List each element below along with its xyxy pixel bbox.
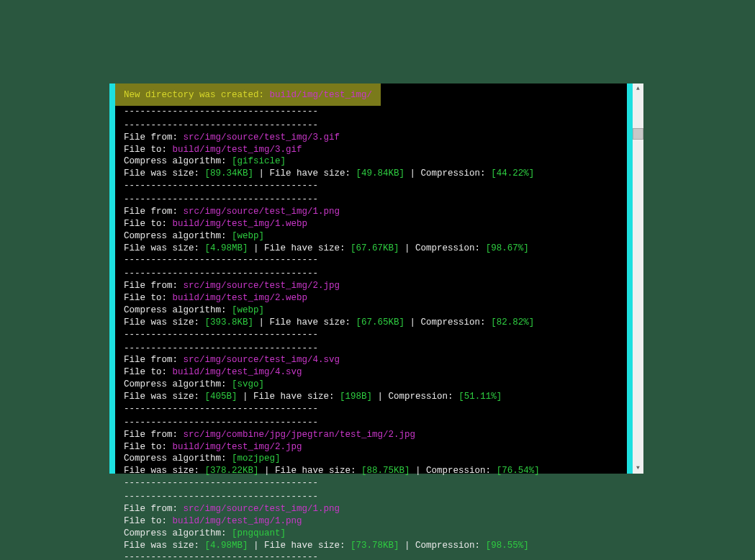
- file-to-path: build/img/test_img/3.gif: [173, 145, 302, 155]
- was-size: [393.8KB]: [205, 317, 254, 328]
- file-from-line: File from: src/img/source/test_img/3.gif: [124, 132, 632, 144]
- compression-value: [98.67%]: [486, 243, 529, 253]
- was-size: [4.98MB]: [205, 243, 248, 253]
- separator: ------------------------------------: [124, 343, 632, 355]
- log-entry: ------------------------------------File…: [124, 491, 632, 560]
- file-to-line: File to: build/img/test_img/2.webp: [124, 292, 632, 304]
- algo-value: [mozjpeg]: [232, 453, 281, 464]
- separator: ------------------------------------: [124, 180, 632, 192]
- file-to-path: build/img/test_img/1.webp: [173, 219, 308, 229]
- compression-value: [76.54%]: [497, 466, 540, 476]
- algo-line: Compress algorithm: [webp]: [124, 304, 632, 317]
- file-from-line: File from: src/img/combine/jpg/jpegtran/…: [124, 429, 632, 441]
- log-entry: ------------------------------------File…: [124, 194, 632, 266]
- file-from-path: src/img/source/test_img/1.png: [184, 504, 340, 514]
- algo-value: [gifsicle]: [232, 156, 286, 166]
- compression-value: [44.22%]: [491, 168, 534, 179]
- algo-value: [webp]: [232, 231, 264, 241]
- size-line: File was size: [378.22KB] | File have si…: [124, 465, 632, 477]
- size-line: File was size: [405B] | File have size: …: [124, 391, 632, 403]
- file-from-line: File from: src/img/source/test_img/1.png: [124, 503, 632, 515]
- separator: ------------------------------------: [124, 403, 632, 415]
- algo-value: [webp]: [232, 305, 264, 315]
- separator: ------------------------------------: [124, 551, 632, 560]
- file-from-line: File from: src/img/source/test_img/4.svg: [124, 354, 632, 366]
- scrollbar-track[interactable]: [633, 83, 643, 474]
- algo-line: Compress algorithm: [mozjpeg]: [124, 453, 632, 465]
- file-to-path: build/img/test_img/2.jpg: [173, 442, 302, 452]
- scroll-up-button[interactable]: ▲: [633, 83, 643, 94]
- algo-line: Compress algorithm: [pngquant]: [124, 528, 632, 540]
- have-size: [88.75KB]: [361, 466, 410, 476]
- have-size: [49.84KB]: [356, 168, 405, 179]
- algo-line: Compress algorithm: [gifsicle]: [124, 155, 632, 168]
- header-path: build/img/test_img/: [270, 90, 373, 100]
- separator: ------------------------------------: [124, 194, 632, 206]
- separator: ------------------------------------: [124, 329, 632, 341]
- file-from-path: src/img/source/test_img/2.jpg: [184, 281, 340, 291]
- terminal-window: New directory was created: build/img/tes…: [115, 83, 641, 474]
- have-size: [73.78KB]: [351, 541, 399, 551]
- separator: ------------------------------------: [124, 106, 632, 118]
- separator: ------------------------------------: [124, 417, 632, 429]
- log-entry: ------------------------------------File…: [124, 268, 632, 340]
- terminal-accent-left: [109, 83, 115, 474]
- compression-value: [82.82%]: [491, 317, 534, 328]
- file-from-path: src/img/source/test_img/4.svg: [184, 355, 340, 365]
- was-size: [89.34KB]: [205, 168, 254, 179]
- scroll-down-button[interactable]: ▼: [633, 463, 643, 474]
- compression-value: [51.11%]: [458, 392, 502, 402]
- size-line: File was size: [4.98MB] | File have size…: [124, 540, 632, 552]
- file-to-line: File to: build/img/test_img/1.webp: [124, 218, 632, 230]
- was-size: [378.22KB]: [205, 466, 259, 476]
- separator: ------------------------------------: [124, 268, 632, 280]
- size-line: File was size: [89.34KB] | File have siz…: [124, 168, 632, 180]
- separator: ------------------------------------: [124, 254, 632, 266]
- terminal-output: ----------------------------------------…: [115, 106, 641, 560]
- file-to-line: File to: build/img/test_img/3.gif: [124, 144, 632, 156]
- file-from-path: src/img/combine/jpg/jpegtran/test_img/2.…: [184, 430, 416, 440]
- file-to-path: build/img/test_img/4.svg: [173, 367, 302, 377]
- file-to-path: build/img/test_img/2.webp: [173, 293, 308, 303]
- log-entry: ------------------------------------File…: [124, 119, 632, 192]
- algo-value: [pngquant]: [232, 528, 286, 538]
- was-size: [405B]: [205, 392, 238, 402]
- scrollbar-thumb[interactable]: [633, 128, 643, 140]
- log-entry: ------------------------------------File…: [124, 417, 632, 489]
- algo-value: [svgo]: [232, 379, 264, 389]
- file-from-line: File from: src/img/source/test_img/1.png: [124, 206, 632, 218]
- have-size: [67.65KB]: [356, 317, 405, 328]
- separator: ------------------------------------: [124, 477, 632, 489]
- size-line: File was size: [393.8KB] | File have siz…: [124, 317, 632, 329]
- log-entry: ------------------------------------File…: [124, 343, 632, 415]
- file-from-path: src/img/source/test_img/3.gif: [184, 132, 340, 143]
- file-to-line: File to: build/img/test_img/1.png: [124, 515, 632, 528]
- compression-value: [98.55%]: [486, 541, 529, 551]
- file-to-path: build/img/test_img/1.png: [173, 516, 302, 526]
- file-to-line: File to: build/img/test_img/4.svg: [124, 366, 632, 379]
- separator: ------------------------------------: [124, 119, 632, 132]
- have-size: [198B]: [340, 392, 372, 402]
- file-to-line: File to: build/img/test_img/2.jpg: [124, 441, 632, 453]
- header-banner: New directory was created: build/img/tes…: [115, 83, 381, 106]
- terminal-accent-right: [627, 83, 633, 474]
- file-from-line: File from: src/img/source/test_img/2.jpg: [124, 280, 632, 292]
- separator: ------------------------------------: [124, 491, 632, 503]
- file-from-path: src/img/source/test_img/1.png: [184, 207, 340, 217]
- algo-line: Compress algorithm: [svgo]: [124, 379, 632, 391]
- header-label: New directory was created: [124, 90, 259, 100]
- was-size: [4.98MB]: [205, 541, 248, 551]
- algo-line: Compress algorithm: [webp]: [124, 230, 632, 243]
- have-size: [67.67KB]: [351, 243, 399, 253]
- size-line: File was size: [4.98MB] | File have size…: [124, 243, 632, 255]
